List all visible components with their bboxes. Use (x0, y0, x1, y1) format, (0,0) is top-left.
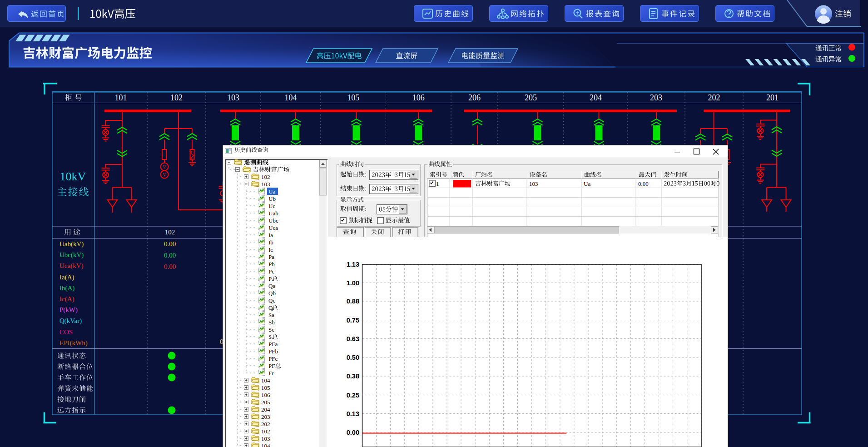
svg-text:V: V (163, 164, 166, 169)
svg-text:V: V (163, 172, 166, 177)
